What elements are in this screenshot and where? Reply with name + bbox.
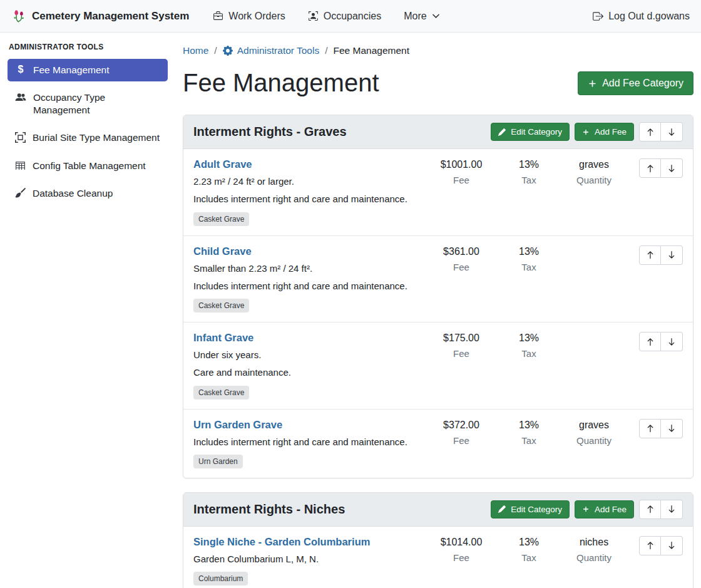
add-fee-label: Add Fee bbox=[595, 127, 627, 137]
move-up-button[interactable] bbox=[639, 158, 661, 178]
fee-quantity-column: niches Quantity bbox=[561, 536, 627, 563]
bounding-box-icon bbox=[15, 132, 26, 143]
move-up-button[interactable] bbox=[639, 500, 661, 519]
nav-work-orders[interactable]: Work Orders bbox=[213, 11, 285, 22]
edit-category-label: Edit Category bbox=[511, 127, 562, 137]
fee-description: Smaller than 2.23 m² / 24 ft². bbox=[193, 262, 422, 275]
move-up-button[interactable] bbox=[639, 332, 661, 351]
sidebar-item-config-table-management[interactable]: Config Table Management bbox=[8, 155, 168, 177]
flower-logo-icon bbox=[11, 9, 26, 24]
category-reorder-group bbox=[639, 500, 683, 519]
main-nav: Work Orders Occupancies More bbox=[213, 11, 439, 22]
add-fee-category-button[interactable]: Add Fee Category bbox=[578, 71, 693, 95]
fee-name-link[interactable]: Urn Garden Grave bbox=[193, 419, 282, 431]
edit-category-button[interactable]: Edit Category bbox=[491, 123, 570, 141]
move-down-button[interactable] bbox=[661, 500, 683, 519]
move-down-button[interactable] bbox=[661, 332, 683, 351]
page-header: Fee Management Add Fee Category bbox=[183, 65, 693, 108]
arrow-down-icon bbox=[667, 338, 676, 346]
fee-tax-column: 13% Tax bbox=[496, 245, 561, 272]
arrow-up-icon bbox=[646, 164, 655, 173]
fee-tax-label: Tax bbox=[496, 175, 561, 185]
fee-amount-label: Fee bbox=[426, 435, 496, 446]
sidebar-item-database-cleanup[interactable]: Database Cleanup bbox=[8, 182, 168, 205]
fee-tax-label: Tax bbox=[496, 435, 561, 446]
sidebar-item-occupancy-type-management[interactable]: Occupancy Type Management bbox=[8, 86, 168, 121]
fee-quantity-label: Quantity bbox=[561, 175, 627, 185]
broom-icon bbox=[15, 188, 26, 199]
person-box-icon bbox=[308, 11, 319, 21]
category-card-niches: Interment Rights - Niches Edit Category … bbox=[183, 492, 693, 588]
fee-description: 2.23 m² / 24 ft² or larger. bbox=[193, 175, 422, 188]
arrow-down-icon bbox=[667, 424, 676, 433]
fee-tax-label: Tax bbox=[496, 552, 561, 563]
arrow-down-icon bbox=[667, 505, 676, 513]
fee-reorder-group bbox=[639, 245, 683, 265]
fee-amount-label: Fee bbox=[426, 348, 496, 359]
fee-amount-label: Fee bbox=[426, 262, 496, 272]
sidebar: ADMINISTRATOR TOOLS $ Fee Management Occ… bbox=[0, 33, 175, 217]
arrow-up-icon bbox=[646, 338, 655, 346]
category-card-graves: Interment Rights - Graves Edit Category … bbox=[183, 115, 693, 478]
logout-button[interactable]: Log Out d.gowans bbox=[592, 11, 690, 22]
edit-category-button[interactable]: Edit Category bbox=[491, 500, 570, 518]
fee-quantity-column: graves Quantity bbox=[561, 419, 627, 446]
nav-occupancies-label: Occupancies bbox=[324, 11, 382, 22]
add-fee-button[interactable]: Add Fee bbox=[575, 500, 634, 518]
fee-name-link[interactable]: Infant Grave bbox=[193, 332, 253, 344]
move-up-button[interactable] bbox=[639, 419, 661, 438]
move-down-button[interactable] bbox=[661, 419, 683, 438]
move-up-button[interactable] bbox=[639, 245, 661, 265]
fee-amount-column: $1014.00 Fee bbox=[426, 536, 496, 563]
fee-tax-column: 13% Tax bbox=[496, 419, 561, 446]
fee-quantity: niches bbox=[561, 537, 627, 548]
move-up-button[interactable] bbox=[639, 536, 661, 555]
fee-tax: 13% bbox=[496, 246, 561, 257]
arrow-up-icon bbox=[646, 424, 655, 433]
add-fee-button[interactable]: Add Fee bbox=[575, 123, 634, 141]
sidebar-item-label: Fee Management bbox=[33, 64, 110, 76]
fee-description: Includes interment right and care and ma… bbox=[193, 436, 422, 448]
fee-amount: $1014.00 bbox=[426, 537, 496, 548]
arrow-down-icon bbox=[667, 541, 676, 550]
breadcrumb-home[interactable]: Home bbox=[183, 45, 208, 56]
category-header: Interment Rights - Graves Edit Category … bbox=[183, 115, 693, 149]
fee-info: Single Niche - Garden Columbarium Garden… bbox=[193, 536, 426, 585]
breadcrumb-separator: / bbox=[214, 45, 217, 56]
fee-amount-label: Fee bbox=[426, 552, 496, 563]
sidebar-item-burial-site-type-management[interactable]: Burial Site Type Management bbox=[8, 126, 168, 149]
fee-amount: $1001.00 bbox=[426, 159, 496, 170]
fee-name-link[interactable]: Child Grave bbox=[193, 245, 252, 257]
dollar-icon: $ bbox=[15, 64, 26, 75]
fee-tax: 13% bbox=[496, 159, 561, 170]
fee-quantity-column bbox=[561, 332, 627, 333]
sidebar-item-fee-management[interactable]: $ Fee Management bbox=[8, 59, 168, 81]
nav-more[interactable]: More bbox=[404, 11, 439, 22]
move-down-button[interactable] bbox=[661, 158, 683, 178]
fee-name-link[interactable]: Single Niche - Garden Columbarium bbox=[193, 536, 370, 548]
nav-occupancies[interactable]: Occupancies bbox=[308, 11, 382, 22]
fee-tax: 13% bbox=[496, 420, 561, 431]
fee-badge: Casket Grave bbox=[193, 299, 249, 312]
chevron-down-icon bbox=[432, 12, 440, 20]
fee-description: Includes interment right and care and ma… bbox=[193, 193, 422, 205]
fee-row: Single Niche - Garden Columbarium Garden… bbox=[183, 527, 693, 588]
fee-reorder-group bbox=[639, 158, 683, 178]
logout-label: Log Out d.gowans bbox=[608, 11, 690, 22]
fee-reorder-group bbox=[639, 332, 683, 351]
sidebar-heading: ADMINISTRATOR TOOLS bbox=[9, 43, 168, 51]
fee-info: Urn Garden Grave Includes interment righ… bbox=[193, 419, 426, 468]
move-down-button[interactable] bbox=[661, 536, 683, 555]
gear-icon bbox=[223, 46, 233, 56]
breadcrumb-admin-tools[interactable]: Administrator Tools bbox=[223, 45, 320, 56]
move-down-button[interactable] bbox=[661, 245, 683, 265]
fee-row: Infant Grave Under six years. Care and m… bbox=[183, 322, 693, 409]
category-header: Interment Rights - Niches Edit Category … bbox=[183, 493, 693, 527]
move-up-button[interactable] bbox=[639, 122, 661, 142]
move-down-button[interactable] bbox=[661, 122, 683, 142]
fee-quantity: graves bbox=[561, 159, 627, 170]
fee-info: Child Grave Smaller than 2.23 m² / 24 ft… bbox=[193, 245, 426, 313]
arrow-down-icon bbox=[667, 164, 676, 173]
sidebar-item-label: Burial Site Type Management bbox=[33, 132, 160, 144]
fee-name-link[interactable]: Adult Grave bbox=[193, 158, 252, 170]
